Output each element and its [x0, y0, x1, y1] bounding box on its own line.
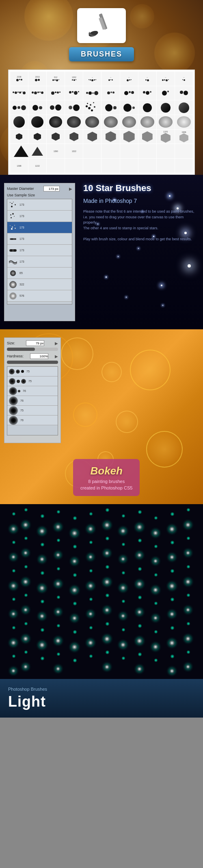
- brush-cell: [83, 115, 101, 129]
- bokeh-list-item[interactable]: 76: [7, 396, 58, 406]
- brush-cell: 1322: [65, 144, 83, 158]
- brush-cell: [65, 100, 83, 115]
- light-section: .ld-teal { background: radial-gradient(c…: [0, 504, 203, 679]
- bokeh-list-item[interactable]: 75: [7, 367, 58, 376]
- brush-cell: [47, 86, 65, 100]
- brush-cell: [102, 100, 119, 115]
- brush-cell: [28, 100, 46, 115]
- bokeh-list-item[interactable]: 75: [7, 406, 58, 416]
- brush-cell: [157, 159, 175, 173]
- size-input[interactable]: [26, 340, 44, 346]
- brush-grid: 2338 1816 812 1262: [8, 70, 195, 175]
- brush-cell: [120, 100, 138, 115]
- hardness-arrow-icon[interactable]: ▶: [55, 354, 58, 359]
- brush-cell: [83, 130, 101, 144]
- size-slider[interactable]: [7, 348, 58, 351]
- brush-cell: [83, 144, 101, 158]
- brush-cell: [102, 159, 119, 173]
- brush-cell: [47, 130, 65, 144]
- brush-panel-list[interactable]: 173 173 173: [7, 199, 72, 305]
- brush-cell: [47, 100, 65, 115]
- brush-cell: [28, 115, 46, 129]
- master-diameter-row: Master Diameter ▶: [7, 186, 72, 191]
- bokeh-panel: Size: ▶ Hardness: ▶ 75: [4, 337, 61, 443]
- brush-cell: [47, 159, 65, 173]
- brush-cell: [10, 100, 28, 115]
- bokeh-subtitle: 8 painting brushes: [80, 479, 132, 484]
- star-brushes-section: Master Diameter ▶ Use Sample Size 173: [0, 175, 203, 329]
- use-sample-size-label: Use Sample Size: [7, 193, 35, 197]
- brush-list-item[interactable]: 173: [7, 256, 72, 268]
- brush-list-item[interactable]: 173: [7, 199, 72, 211]
- brush-cell: [138, 86, 156, 100]
- brush-cell: [83, 86, 101, 100]
- brush-cell: 1390: [47, 144, 65, 158]
- brush-cell: [157, 100, 175, 115]
- size-label: Size:: [7, 341, 15, 345]
- brush-cell: [138, 115, 156, 129]
- brush-cell: [47, 115, 65, 129]
- hardness-input[interactable]: [30, 353, 48, 359]
- brush-cell: [138, 130, 156, 144]
- size-row: Size: ▶: [7, 340, 58, 346]
- bokeh-list-item[interactable]: 75: [7, 376, 58, 386]
- brush-icon-container: [77, 8, 126, 43]
- brush-cell: 1370: [157, 130, 175, 144]
- brush-cell: [83, 159, 101, 173]
- brush-cell: [83, 100, 101, 115]
- brush-cell: [175, 144, 193, 158]
- brush-cell: 1222: [28, 159, 46, 173]
- brush-list-item[interactable]: 173: [7, 233, 72, 245]
- brush-cell: [65, 115, 83, 129]
- bokeh-section: Size: ▶ Hardness: ▶ 75: [0, 329, 203, 504]
- brush-cell: [157, 144, 175, 158]
- star-description: Please note that the first 6 are intende…: [83, 209, 195, 242]
- diameter-arrow-icon[interactable]: ▶: [69, 187, 72, 191]
- brush-cell: –: [83, 72, 101, 86]
- brush-cell: [120, 144, 138, 158]
- hardness-slider[interactable]: [7, 361, 58, 364]
- bokeh-brush-list[interactable]: 75 75 76 76: [7, 366, 58, 435]
- footer-title: Light: [8, 693, 195, 710]
- footer-section: Photoshop Brushes Light: [0, 679, 203, 718]
- bokeh-list-item[interactable]: 76: [7, 416, 58, 425]
- bokeh-list-item[interactable]: 76: [7, 386, 58, 396]
- brush-cell: [138, 144, 156, 158]
- brush-cell: [157, 115, 175, 129]
- brush-cell: [65, 86, 83, 100]
- use-sample-size-row: Use Sample Size: [7, 193, 72, 197]
- brush-cell: [102, 130, 119, 144]
- star-subtitle: Made in Photoshop 7: [83, 198, 195, 204]
- bokeh-content: Bokeh 8 painting brushes created in Phot…: [65, 329, 203, 504]
- brush-cell: [28, 86, 46, 100]
- brush-cell: [28, 130, 46, 144]
- brush-list-item-selected[interactable]: 173: [7, 222, 72, 233]
- brush-cell: [10, 86, 28, 100]
- brush-icon: [81, 11, 122, 40]
- brush-cell: [102, 86, 119, 100]
- brushes-label-bar: BRUSHES: [69, 47, 134, 61]
- brush-cell: [175, 159, 193, 173]
- brush-cell: [102, 115, 119, 129]
- brush-cell: 1262: [65, 72, 83, 86]
- brush-list-item[interactable]: 173: [7, 211, 72, 222]
- star-title: 10 Star Brushes: [83, 183, 195, 194]
- brush-cell: –: [157, 72, 175, 86]
- brush-cell: [175, 100, 193, 115]
- brush-list-item[interactable]: 173: [7, 245, 72, 256]
- size-arrow-icon[interactable]: ▶: [55, 341, 58, 346]
- light-dots: .ld-teal { background: radial-gradient(c…: [0, 504, 203, 679]
- brush-cell: [102, 144, 119, 158]
- brush-list-item[interactable]: 322: [7, 279, 72, 290]
- master-diameter-input[interactable]: [43, 186, 60, 191]
- brush-cell: [120, 86, 138, 100]
- bokeh-description: created in Photoshop CS5: [80, 485, 132, 490]
- brush-cell: –: [120, 72, 138, 86]
- brush-list-item[interactable]: 576: [7, 290, 72, 302]
- brush-cell: [138, 100, 156, 115]
- brush-list-item[interactable]: 65: [7, 268, 72, 279]
- star-panel: Master Diameter ▶ Use Sample Size 173: [4, 183, 75, 321]
- hardness-label: Hardness:: [7, 354, 24, 358]
- brushes-label: BRUSHES: [81, 50, 122, 59]
- brush-cell: –: [102, 72, 119, 86]
